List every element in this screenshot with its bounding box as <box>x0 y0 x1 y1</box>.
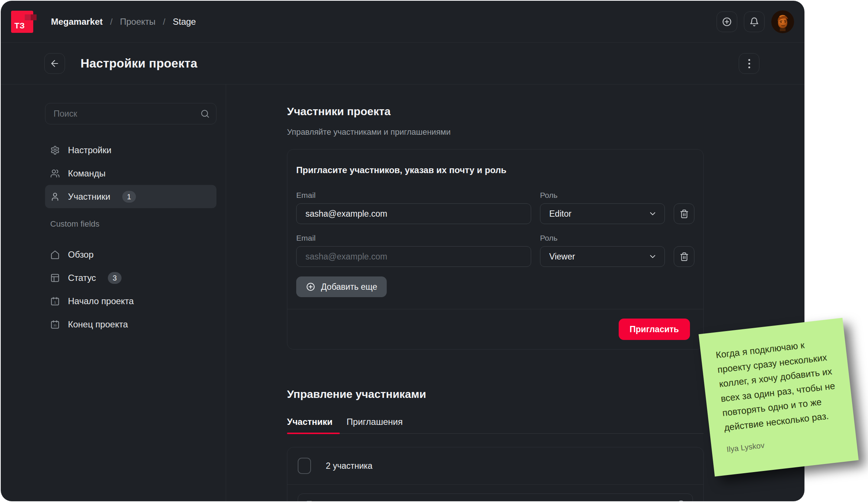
users-icon <box>50 169 60 178</box>
more-options-button[interactable] <box>739 53 759 74</box>
home-icon <box>50 250 60 259</box>
trash-icon <box>680 209 689 219</box>
bell-icon <box>749 17 759 27</box>
svg-text:31: 31 <box>53 324 57 327</box>
app-logo[interactable]: ТЗ <box>11 11 33 33</box>
layout-icon <box>50 273 60 283</box>
avatar[interactable] <box>771 10 794 33</box>
sidebar-nav: Настройки Команды Участники <box>45 138 216 208</box>
search-icon <box>677 499 686 501</box>
kebab-menu-icon <box>748 59 750 68</box>
page-header: Настройки проекта <box>1 43 804 85</box>
sidebar-item-project-end[interactable]: 31 Конец проекта <box>45 313 216 336</box>
sidebar-item-label: Обзор <box>68 250 93 260</box>
role-label: Роль <box>540 191 665 200</box>
sidebar-search <box>45 103 216 124</box>
sidebar: Настройки Команды Участники <box>1 85 226 501</box>
chevron-down-icon <box>648 209 657 218</box>
search-icon <box>200 109 210 118</box>
role-select-value: Viewer <box>549 252 575 262</box>
app-window: ТЗ Megamarket / Проекты / Stage <box>1 1 804 501</box>
sidebar-item-project-start[interactable]: 1 Начало проекта <box>45 289 216 313</box>
sidebar-item-label: Начало проекта <box>68 296 134 306</box>
invite-card-title: Пригласите участников, указав их почту и… <box>296 165 694 175</box>
page-title: Настройки проекта <box>81 56 197 71</box>
add-more-label: Добавить еще <box>321 282 377 292</box>
breadcrumb: Megamarket / Проекты / Stage <box>51 17 196 27</box>
custom-fields-label: Custom fields <box>50 219 216 229</box>
members-list-card: 2 участника <box>287 447 704 501</box>
breadcrumb-separator: / <box>110 17 113 27</box>
sidebar-item-status[interactable]: Статус 3 <box>45 266 216 289</box>
role-select-value: Editor <box>549 209 571 219</box>
add-more-button[interactable]: Добавить еще <box>296 276 387 297</box>
members-section-subtitle: Управляйте участниками и приглашениями <box>287 127 704 137</box>
tab-members[interactable]: Участники <box>287 417 332 433</box>
sidebar-search-input[interactable] <box>45 103 216 124</box>
members-count-badge: 1 <box>122 191 136 203</box>
tab-invitations[interactable]: Приглашения <box>346 417 403 433</box>
logo-text: ТЗ <box>14 21 25 31</box>
members-section-title: Участники проекта <box>287 105 704 118</box>
topbar: ТЗ Megamarket / Проекты / Stage <box>1 1 804 43</box>
screenshot-canvas: ТЗ Megamarket / Проекты / Stage <box>0 0 868 502</box>
sidebar-item-overview[interactable]: Обзор <box>45 243 216 266</box>
invite-button[interactable]: Пригласить <box>619 319 690 340</box>
sticky-note-text: Когда я подключаю к проекту сразу нескол… <box>715 334 843 435</box>
sticky-note: Когда я подключаю к проекту сразу нескол… <box>698 318 858 477</box>
tabs: Участники Приглашения <box>287 417 704 434</box>
sidebar-item-label: Статус <box>68 273 96 283</box>
arrow-left-icon <box>49 58 60 69</box>
sidebar-item-label: Участники <box>68 192 110 202</box>
remove-row-button[interactable] <box>674 203 694 224</box>
calendar-1-icon: 1 <box>50 296 60 306</box>
sidebar-item-settings[interactable]: Настройки <box>45 138 216 162</box>
sidebar-item-label: Команды <box>68 168 106 179</box>
role-select[interactable]: Editor <box>540 203 665 224</box>
role-select[interactable]: Viewer <box>540 246 665 267</box>
avatar-image <box>771 10 794 33</box>
sidebar-custom-nav: Обзор Статус 3 1 Начало <box>45 243 216 336</box>
chevron-down-icon <box>648 252 657 261</box>
status-count-badge: 3 <box>108 272 122 284</box>
calendar-31-icon: 31 <box>50 320 60 329</box>
svg-text:1: 1 <box>54 300 56 304</box>
invite-row: Email Роль Viewer <box>296 234 694 267</box>
remove-row-button[interactable] <box>674 246 694 267</box>
email-field[interactable] <box>296 246 531 267</box>
members-search-input[interactable] <box>298 494 693 501</box>
breadcrumb-separator: / <box>163 17 165 27</box>
logo-fold-outer <box>31 14 37 20</box>
sidebar-item-teams[interactable]: Команды <box>45 162 216 185</box>
email-label: Email <box>296 234 531 243</box>
role-label: Роль <box>540 234 665 243</box>
select-all-checkbox[interactable] <box>298 458 311 474</box>
manage-section-title: Управление участниками <box>287 388 704 400</box>
sidebar-item-label: Настройки <box>68 145 112 155</box>
invite-row: Email Роль Editor <box>296 191 694 224</box>
members-count-label: 2 участника <box>326 461 372 471</box>
notifications-button[interactable] <box>744 11 765 32</box>
breadcrumb-projects[interactable]: Проекты <box>120 17 156 27</box>
topbar-actions <box>717 10 794 33</box>
create-button[interactable] <box>717 11 737 32</box>
sidebar-item-label: Конец проекта <box>68 319 128 330</box>
back-button[interactable] <box>44 53 65 74</box>
plus-circle-icon <box>722 17 732 27</box>
gear-icon <box>50 145 60 155</box>
breadcrumb-workspace[interactable]: Megamarket <box>51 17 103 27</box>
plus-circle-icon <box>306 282 315 292</box>
invite-card: Пригласите участников, указав их почту и… <box>287 149 704 350</box>
logo-fold-inner <box>25 14 31 20</box>
invite-card-footer: Пригласить <box>287 309 703 349</box>
trash-icon <box>680 252 689 261</box>
sticky-note-author: Ilya Lyskov <box>726 431 845 454</box>
members-list-header: 2 участника <box>287 447 703 485</box>
breadcrumb-current[interactable]: Stage <box>173 17 196 27</box>
email-label: Email <box>296 191 531 200</box>
sidebar-item-members[interactable]: Участники 1 <box>45 185 216 208</box>
members-search-row <box>287 485 703 501</box>
email-field[interactable] <box>296 203 531 224</box>
user-icon <box>50 192 60 202</box>
